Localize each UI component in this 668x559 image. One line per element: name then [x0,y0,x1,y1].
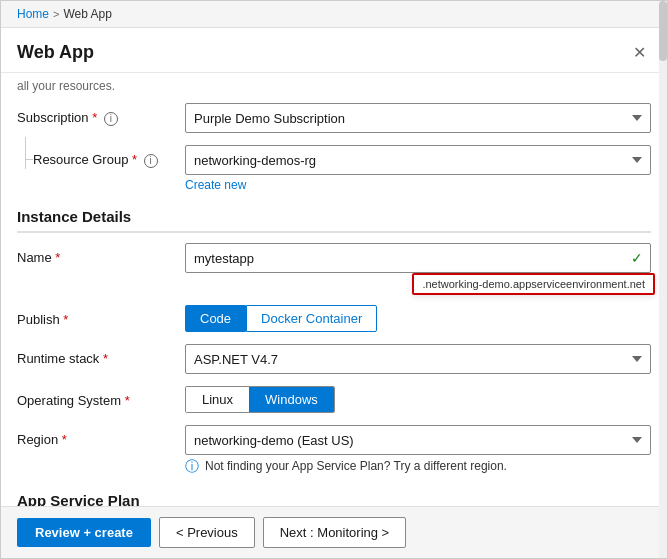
dialog-header: Web App ✕ [1,28,667,73]
check-icon: ✓ [631,250,643,266]
breadcrumb-separator: > [53,8,59,20]
region-group: Region * networking-demo (East US) ⓘ Not… [17,425,651,476]
subscription-control: Purple Demo Subscription [185,103,651,133]
resource-group-info-icon: i [144,154,158,168]
dialog-body: all your resources. Subscription * i Pur… [1,73,667,506]
publish-docker-button[interactable]: Docker Container [246,305,377,332]
os-group: Operating System * Linux Windows [17,386,651,413]
review-create-button[interactable]: Review + create [17,518,151,547]
resource-group-select[interactable]: networking-demos-rg [185,145,651,175]
name-input[interactable] [185,243,651,273]
breadcrumb: Home > Web App [1,1,667,28]
breadcrumb-current: Web App [63,7,111,21]
subscription-group: Subscription * i Purple Demo Subscriptio… [17,103,651,133]
name-group: Name * ✓ .networking-demo.appserviceenvi… [17,243,651,273]
os-windows-button[interactable]: Windows [249,387,334,412]
previous-button[interactable]: < Previous [159,517,255,548]
subscription-info-icon: i [104,112,118,126]
dialog-title: Web App [17,42,94,63]
region-select[interactable]: networking-demo (East US) [185,425,651,455]
runtime-stack-select[interactable]: ASP.NET V4.7 [185,344,651,374]
breadcrumb-home[interactable]: Home [17,7,49,21]
instance-details-title: Instance Details [17,208,651,233]
name-control: ✓ .networking-demo.appserviceenvironment… [185,243,651,273]
publish-toggle-group: Code Docker Container [185,305,651,332]
subscription-label: Subscription * i [17,103,177,127]
os-linux-button[interactable]: Linux [186,387,249,412]
next-button[interactable]: Next : Monitoring > [263,517,406,548]
name-label: Name * [17,243,177,267]
os-toggle-group: Linux Windows [185,386,335,413]
publish-code-button[interactable]: Code [185,305,246,332]
region-label: Region * [17,425,177,449]
subscription-select[interactable]: Purple Demo Subscription [185,103,651,133]
scrollbar-track [659,1,667,558]
runtime-stack-label: Runtime stack * [17,344,177,368]
resource-group-label: Resource Group * i [17,145,177,169]
app-service-plan-title: App Service Plan [17,492,651,506]
runtime-stack-control: ASP.NET V4.7 [185,344,651,374]
resource-group-group: Resource Group * i networking-demos-rg C… [17,145,651,192]
scroll-hint: all your resources. [17,73,651,103]
runtime-stack-group: Runtime stack * ASP.NET V4.7 [17,344,651,374]
region-info-icon: ⓘ [185,458,199,476]
resource-group-create-new[interactable]: Create new [185,178,651,192]
publish-group: Publish * Code Docker Container [17,305,651,332]
scrollbar-thumb[interactable] [659,1,667,61]
resource-group-control: networking-demos-rg Create new [185,145,651,192]
web-app-dialog: Home > Web App Web App ✕ all your resour… [0,0,668,559]
domain-suffix-badge: .networking-demo.appserviceenvironment.n… [412,273,655,295]
region-control: networking-demo (East US) ⓘ Not finding … [185,425,651,476]
publish-label: Publish * [17,305,177,329]
os-label: Operating System * [17,386,177,410]
os-control: Linux Windows [185,386,651,413]
publish-control: Code Docker Container [185,305,651,332]
close-button[interactable]: ✕ [627,40,651,64]
region-info-msg: ⓘ Not finding your App Service Plan? Try… [185,459,651,476]
dialog-footer: Review + create < Previous Next : Monito… [1,506,667,558]
